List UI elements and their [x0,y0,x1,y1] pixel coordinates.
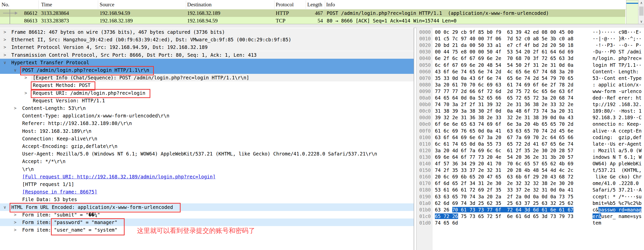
hex-row[interactable]: 002020 bd 21 da 00 50 33 a1 e7 cf 4f bd … [416,42,644,48]
column-separator[interactable] [325,1,325,9]
hex-row[interactable]: 01404f 57 36 34 29 20 41 70 70 6c 65 57 … [416,160,644,167]
hex-row[interactable]: 01203a 20 4d 6f 7a 69 6c 6c 61 2f 35 2e … [416,147,644,154]
chevron-right-icon[interactable]: > [14,104,16,112]
hex-offset: 0180 [419,186,431,193]
hex-row[interactable]: 006043 6f 6e 74 65 6e 74 2d 4c 65 6e 67 … [416,68,644,75]
detail-row[interactable]: >Frame 86612: 467 bytes on wire (3736 bi… [0,28,414,36]
hex-row[interactable]: 019063 63 65 70 74 3a 20 2a 2f 2a 0d 0a … [416,193,644,200]
detail-row[interactable]: Accept: */*\r\n [0,158,414,165]
annotation-box-request-uri [31,89,150,98]
detail-text: File Data: 53 bytes [22,196,77,203]
hex-row[interactable]: 00406e 2f 6c 6f 67 69 6e 2e 70 68 70 3f … [416,55,644,61]
detail-row[interactable]: User-Agent: Mozilla/5.0 (Windows NT 6.1;… [0,150,414,158]
detail-row[interactable]: [Full request URI: http://192.168.32.189… [0,173,414,180]
hex-row[interactable]: 001001 c5 7c 97 40 00 7f 06 7d 52 c0 a8 … [416,35,644,42]
hex-row[interactable]: 00f061 6c 69 76 65 0d 0a 41 63 63 65 70 … [416,128,644,134]
detail-row[interactable]: Accept-Encoding: gzip,deflate\r\n [0,142,414,150]
hex-row[interactable]: 00b074 70 3a 2f 2f 31 39 32 2e 31 36 38 … [416,101,644,108]
hex-row[interactable]: 009077 77 77 2d 66 6f 72 6d 2d 75 72 6c … [416,88,644,95]
hex-row[interactable]: 01c065 72 26 75 73 65 72 5f 6e 61 6d 65 … [416,213,644,220]
chevron-right-icon[interactable]: > [14,226,16,234]
packet-list-minimap-scrollbar[interactable] [626,0,638,24]
detail-row[interactable]: >Transmission Control Protocol, Src Port… [0,51,414,59]
hex-row[interactable]: 00a064 65 64 0d 0a 52 65 66 65 72 65 72 … [416,95,644,101]
hex-row[interactable]: 01b063 26 70 61 73 73 77 6f 72 64 3d 6d … [416,206,644,213]
packet-list-scrollbar[interactable]: ∧ ∨ [639,0,644,24]
pane-splitter[interactable] [0,24,644,28]
column-separator[interactable] [186,1,186,9]
hex-ascii: : Mozill a/5.0 (W [593,147,641,154]
detail-text: Transmission Control Protocol, Src Port:… [11,51,257,59]
detail-row[interactable]: [HTTP request 1/1] [0,180,414,188]
column-header-info[interactable]: Info [326,0,335,9]
detail-row[interactable]: >Ethernet II, Src: Hangzhou_39:42:ed (b0… [0,36,414,43]
detail-row[interactable]: ∨Hypertext Transfer Protocol [0,59,414,66]
chevron-down-icon[interactable]: ∨ [14,66,16,74]
scrollbar-thumb[interactable] [639,7,643,16]
hex-dump-pane[interactable]: 000000 0c 29 cb 9f 85 b0 f9 63 39 42 ed … [416,28,644,250]
chevron-right-icon[interactable]: > [24,89,27,97]
hex-bytes: 6c 61 74 65 0d 0a 55 73 65 72 2d 41 67 6… [435,141,573,147]
packet-detail-pane[interactable]: >Frame 86612: 467 bytes on wire (3736 bi… [0,28,414,250]
chevron-right-icon[interactable]: > [4,51,6,59]
column-header-destination[interactable]: Destination [187,0,212,9]
chevron-right-icon[interactable]: > [4,28,6,36]
hex-row[interactable]: 003000 44 75 e8 00 00 50 4f 53 54 20 2f … [416,48,644,55]
chevron-down-icon[interactable]: ∨ [4,203,6,211]
hex-row[interactable]: 010063 6f 64 69 6e 67 3a 20 67 7a 69 70 … [416,134,644,141]
chevron-right-icon[interactable]: > [4,36,6,43]
hex-row[interactable]: 00c031 38 39 3a 38 30 2f 0d 0a 48 6f 73 … [416,108,644,114]
hex-row[interactable]: 01106c 61 74 65 0d 0a 55 73 65 72 2d 41 … [416,141,644,147]
hex-row[interactable]: 00803a 20 61 70 70 6c 69 63 61 74 69 6f … [416,81,644,88]
hex-row[interactable]: 00506c 6f 67 69 6e 20 48 54 54 50 2f 31 … [416,62,644,68]
detail-row[interactable]: Connection: Keep-alive\r\n [0,135,414,142]
scroll-up-icon[interactable]: ∧ [639,1,644,5]
column-separator[interactable] [274,1,274,9]
hex-row[interactable]: 01a062 6d 69 74 3d 25 62 35 25 63 37 25 … [416,200,644,206]
scroll-down-icon[interactable]: ∨ [639,20,644,23]
hex-ascii: coding: gzip,def [593,134,641,141]
hex-offset: 0140 [419,160,431,167]
detail-link[interactable]: [Response in frame: 86675] [22,188,97,196]
hex-ascii: 189:80/· ·Host: 1 [593,108,641,114]
hex-row[interactable]: 016020 6c 69 6b 65 20 47 65 63 6b 6f 29 … [416,173,644,180]
hex-row[interactable]: 007035 33 0d 0a 43 6f 6e 74 65 6e 74 2d … [416,75,644,81]
packet-length: 467 [290,9,323,17]
hex-row[interactable]: 018053 61 66 61 72 69 2f 35 33 37 2e 32 … [416,186,644,193]
hex-row[interactable]: 00e06f 6e 6e 65 63 74 69 6f 6e 3a 20 4b … [416,121,644,127]
detail-link[interactable]: [Full request URI: http://192.168.32.189… [22,173,215,180]
chevron-down-icon[interactable]: ∨ [4,59,6,66]
chevron-right-icon[interactable]: > [14,218,16,226]
detail-text: Internet Protocol Version 4, Src: 192.16… [11,43,208,51]
detail-row[interactable]: >Content-Length: 53\r\n [0,104,414,112]
column-separator[interactable] [306,1,306,9]
detail-row[interactable]: >Internet Protocol Version 4, Src: 192.1… [0,43,414,51]
hex-bytes: 74 2f 35 33 37 2e 32 31 20 28 4b 48 54 4… [435,167,573,173]
chevron-right-icon[interactable]: > [4,43,6,51]
hex-bytes: 63 63 65 70 74 3a 20 2a 2f 2a 0d 0a 0d 0… [435,193,573,200]
hex-row[interactable]: 015074 2f 35 33 37 2e 32 31 20 28 4b 48 … [416,167,644,173]
column-separator[interactable] [98,1,98,9]
column-separator[interactable] [38,1,39,9]
column-header-protocol[interactable]: Protocol [276,0,294,9]
detail-row[interactable]: Content-Type: application/x-www-form-url… [0,112,414,119]
hex-row[interactable]: 01706f 6d 65 2f 34 31 2e 30 2e 32 32 32 … [416,180,644,186]
hex-row[interactable]: 000000 0c 29 cb 9f 85 b0 f9 63 39 42 ed … [416,29,644,35]
detail-row[interactable]: [Response in frame: 86675] [0,188,414,196]
column-header-no[interactable]: No. [2,0,9,9]
column-header-time[interactable]: Time [41,0,52,9]
detail-row[interactable]: \r\n [0,165,414,173]
detail-row[interactable]: File Data: 53 bytes [0,196,414,203]
detail-row[interactable]: Referer: http://192.168.32.189:80/\r\n [0,119,414,127]
hex-row[interactable]: 013069 6e 64 6f 77 73 20 4e 54 20 36 2e … [416,154,644,160]
hex-ascii: like Ge cko) Chr [593,173,641,180]
hex-row[interactable]: 00d039 32 2e 31 36 38 2e 33 32 2e 31 38 … [416,114,644,121]
packet-row-86613[interactable]: 86613 3133.283873 192.168.32.189 192.168… [0,17,625,24]
packet-row-86612[interactable]: 86612 3133.283864 192.168.94.59 192.168.… [0,9,625,17]
column-header-length[interactable]: Length [307,0,322,9]
hex-bytes: 6f 6d 65 2f 34 31 2e 30 2e 32 32 32 38 2… [435,180,573,186]
hex-row[interactable]: 01d074 65 6dtem [416,220,644,226]
column-header-source[interactable]: Source [100,0,114,9]
detail-row[interactable]: Host: 192.168.32.189\r\n [0,127,414,135]
hex-offset: 0110 [419,141,431,147]
